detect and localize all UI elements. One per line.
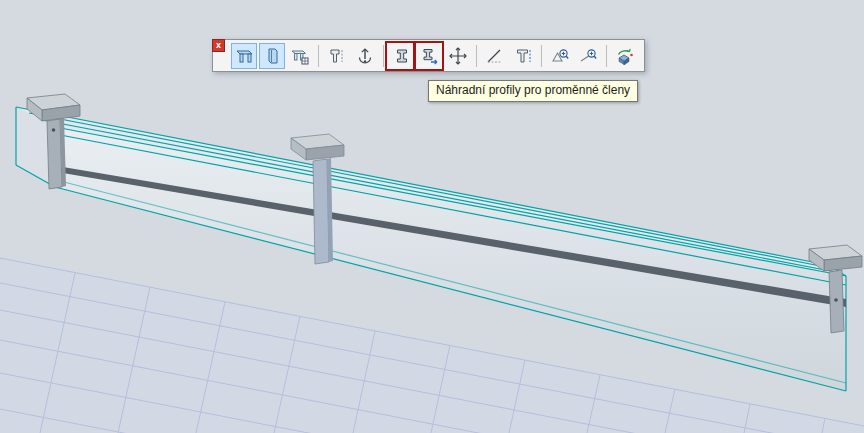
tooltip: Náhradní profily pro proměnné členy xyxy=(428,80,638,102)
beam-tool-button[interactable] xyxy=(231,43,257,69)
cube-3d-icon xyxy=(615,46,635,66)
profile-icon xyxy=(327,46,347,66)
right-post-bolt xyxy=(834,298,838,302)
slant-icon xyxy=(485,46,505,66)
stretch-tool-button[interactable] xyxy=(352,43,378,69)
slant-tool-button[interactable] xyxy=(482,43,508,69)
magnifier-plus-line-icon xyxy=(578,46,598,66)
view-3d-tool-button[interactable] xyxy=(612,43,638,69)
move-tool-button[interactable] xyxy=(445,43,471,69)
toolbar-separator xyxy=(383,45,384,67)
zoom-plus-triangle-tool-button[interactable] xyxy=(547,43,573,69)
toolbar-separator xyxy=(318,45,319,67)
toolbar-close-button[interactable]: x xyxy=(212,39,225,52)
beam-scheme-icon xyxy=(290,46,310,66)
move-arrows-icon xyxy=(448,46,468,66)
profile-offset-icon xyxy=(513,46,533,66)
zoom-plus-line-tool-button[interactable] xyxy=(575,43,601,69)
beam-scheme-tool-button[interactable] xyxy=(287,43,313,69)
toolbar-separator xyxy=(476,45,477,67)
left-post-bolt xyxy=(52,128,56,132)
red-highlight-box-substitute-profile xyxy=(385,41,416,71)
anchor-icon xyxy=(355,46,375,66)
profile-offset-tool-button[interactable] xyxy=(510,43,536,69)
toolbar-separator xyxy=(606,45,607,67)
column-tool-button[interactable] xyxy=(259,43,285,69)
red-highlight-box-substitute-profile-variable xyxy=(413,41,444,71)
beam-icon xyxy=(234,46,254,66)
column-icon xyxy=(262,46,282,66)
edit-profile-tool-button[interactable] xyxy=(324,43,350,69)
toolbar-separator xyxy=(541,45,542,67)
magnifier-plus-triangle-icon xyxy=(550,46,570,66)
viewport-3d[interactable]: x xyxy=(0,0,864,433)
